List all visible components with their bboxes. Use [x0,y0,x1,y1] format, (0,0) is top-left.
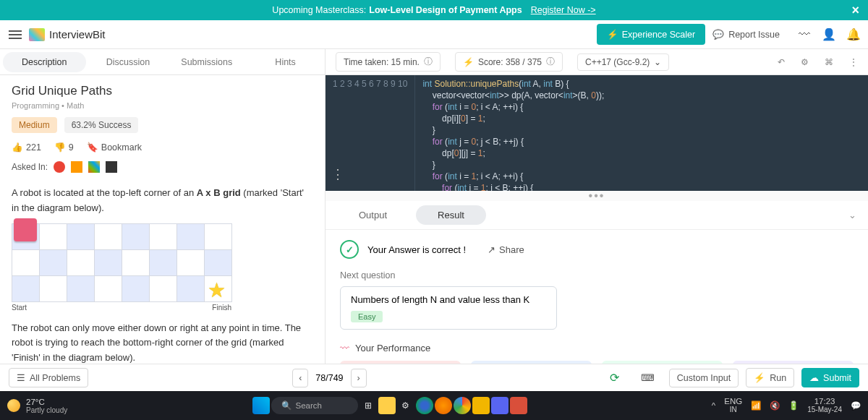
company-icon[interactable] [54,161,65,173]
battery-icon[interactable]: 🔋 [788,400,799,411]
submit-button[interactable]: ☁ Submit [801,368,859,387]
problem-panel: Description Discussion Submissions Hints… [0,49,326,364]
asked-in-row: Asked In: [12,161,313,173]
banner-pre: Upcoming Masterclass: [272,5,366,15]
top-bar: InterviewBit ⚡ Experience Scaler 💬 Repor… [0,20,868,49]
next-question-label: Next question [340,270,854,280]
activity-icon: 〰 [340,343,349,353]
app-icon[interactable] [472,397,490,414]
tab-discussion[interactable]: Discussion [89,49,168,74]
problem-position: 78/749 [315,373,343,383]
app-icon[interactable] [491,397,509,414]
taskview-icon[interactable]: ⊞ [359,397,377,414]
undo-icon[interactable]: ↶ [778,57,785,67]
problem-description: A robot is located at the top-left corne… [12,186,313,364]
brand-logo[interactable]: InterviewBit [29,28,106,41]
menu-icon[interactable] [9,30,22,39]
wifi-icon[interactable]: 📶 [751,400,761,411]
promo-banner[interactable]: Upcoming Masterclass: Low-Level Design o… [0,0,868,20]
weather-widget[interactable]: 27°C Partly cloudy [7,398,67,414]
sync-icon[interactable]: ⟳ [603,367,626,388]
shortcut-icon[interactable]: ⌘ [825,57,833,67]
company-icon[interactable] [106,161,117,173]
language-select[interactable]: C++17 (Gcc-9.2) ⌄ [577,53,669,71]
notification-icon[interactable]: 💬 [851,400,861,411]
activity-icon[interactable]: 〰 [799,29,810,40]
user-icon[interactable]: 👤 [823,29,835,40]
share-button[interactable]: ↗ Share [488,244,524,255]
code-content[interactable]: int Solution::uniquePaths(int A, int B) … [415,75,868,191]
problem-meta: Programming • Math [12,101,313,110]
brand-text: InterviewBit [49,28,106,40]
start-label: Start [12,302,27,314]
windows-taskbar: 27°C Partly cloudy 🔍 Search ⊞ ⚙ ^ ENG IN… [0,391,868,420]
start-icon[interactable] [252,397,270,414]
chat-icon: 💬 [712,29,724,40]
tab-output[interactable]: Output [337,205,409,225]
output-tabs: Output Result ⌄ [326,201,868,230]
report-issue-button[interactable]: 💬 Report Issue [712,29,780,40]
bolt-icon: ⚡ [463,57,474,67]
chevron-up-icon[interactable]: ^ [712,401,715,410]
settings-icon[interactable]: ⚙ [397,397,414,414]
correct-text: Your Answer is correct ! [367,244,466,255]
info-icon[interactable]: ⓘ [546,56,555,68]
settings-icon[interactable]: ⚙ [801,57,809,67]
time-taken: Time taken: 15 min. ⓘ [336,52,441,72]
system-tray[interactable]: ^ ENG IN 📶 🔇 🔋 17:23 15-May-24 💬 [712,397,861,414]
editor-toolbar: Time taken: 15 min. ⓘ ⚡ Score: 358 / 375… [326,49,868,75]
next-question-title: Numbers of length N and value less than … [351,294,546,305]
upvote-button[interactable]: 👍 221 [12,142,41,153]
check-icon: ✓ [340,240,359,259]
result-body: ✓ Your Answer is correct ! ↗ Share Next … [326,230,868,364]
next-diff-badge: Easy [351,311,383,322]
close-icon[interactable]: × [851,3,859,18]
editor-panel: Time taken: 15 min. ⓘ ⚡ Score: 358 / 375… [326,49,868,364]
edge-icon[interactable] [416,397,433,414]
chevron-down-icon: ⌄ [654,57,661,67]
terminal-icon[interactable]: ⌨ [634,369,662,387]
tab-submissions[interactable]: Submissions [167,49,246,74]
chevron-down-icon[interactable]: ⌄ [848,210,856,220]
firefox-icon[interactable] [435,397,452,414]
problem-title: Grid Unique Paths [12,84,313,98]
problem-tabs: Description Discussion Submissions Hints [0,49,325,75]
company-icon[interactable] [71,161,82,173]
score-display: ⚡ Score: 358 / 375 ⓘ [455,52,563,72]
bottom-bar: ☰ All Problems ‹ 78/749 › ⟳ ⌨ Custom Inp… [0,364,868,391]
next-problem-button[interactable]: › [351,369,367,387]
tab-hints[interactable]: Hints [246,49,325,74]
share-icon: ↗ [488,244,495,255]
performance-header: 〰 Your Performance [340,343,854,353]
company-icon[interactable] [88,161,100,173]
all-problems-button[interactable]: ☰ All Problems [9,368,88,387]
downvote-button[interactable]: 👎 9 [54,142,74,153]
chrome-icon[interactable] [454,397,471,414]
more-icon[interactable]: ⋮ [849,57,858,67]
grid-diagram: Start Finish [12,223,313,314]
difficulty-badge: Medium [12,117,57,133]
code-editor[interactable]: 1 2 3 4 5 6 7 8 9 10 int Solution::uniqu… [326,75,868,191]
weather-icon [7,399,20,412]
custom-input-button[interactable]: Custom Input [669,369,739,387]
success-badge: 63.2% Success [64,117,139,133]
prev-problem-button[interactable]: ‹ [292,369,308,387]
bell-icon[interactable]: 🔔 [848,29,859,40]
resize-handle[interactable]: ⋮ [326,191,868,201]
tab-description[interactable]: Description [3,52,86,72]
info-icon[interactable]: ⓘ [424,56,433,68]
search-input[interactable]: 🔍 Search [271,397,358,414]
banner-title: Low-Level Design of Payment Apps [369,5,522,15]
bookmark-button[interactable]: 🔖 Bookmark [87,142,142,153]
bolt-icon: ⚡ [607,29,618,40]
experience-scaler-button[interactable]: ⚡ Experience Scaler [597,24,705,45]
tab-result[interactable]: Result [416,205,486,225]
next-question-card[interactable]: Numbers of length N and value less than … [340,286,557,330]
explorer-icon[interactable] [378,397,396,414]
banner-link[interactable]: Register Now -> [531,5,596,15]
volume-icon[interactable]: 🔇 [770,400,780,411]
run-button[interactable]: ⚡ Run [746,368,794,387]
logo-icon [29,28,45,41]
app-icon[interactable] [510,397,527,414]
